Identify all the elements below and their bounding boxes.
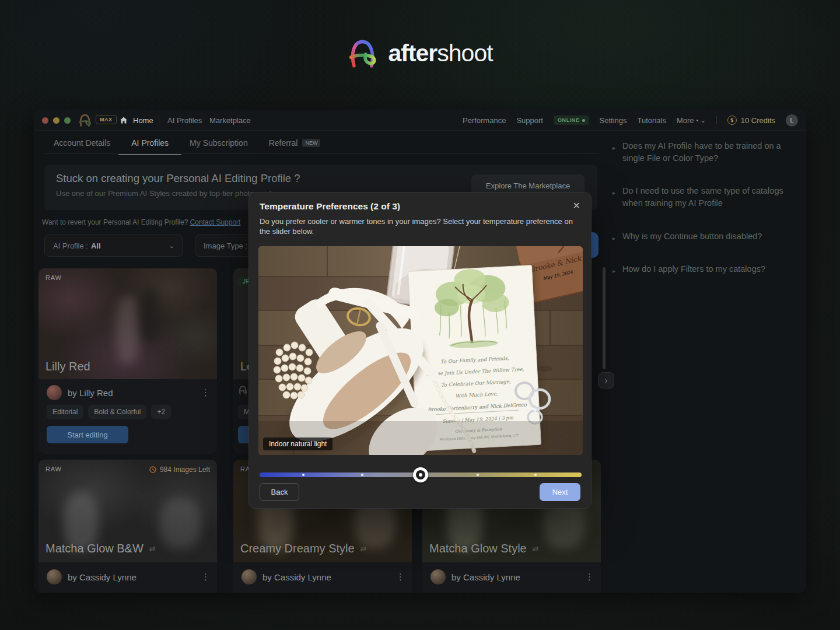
scrollbar-thumb[interactable] [603,267,606,369]
credits-count: 10 Credits [741,116,775,125]
tab-referral-label: Referral [269,138,298,148]
aftershoot-author-icon [238,385,248,395]
nav-more[interactable]: More ⌄ [677,116,706,125]
ai-profile-filter-label: AI Profile : [53,242,88,250]
nav-divider [159,116,159,124]
nav-support[interactable]: Support [516,116,543,125]
chevron-down-icon: ⌄ [169,242,174,250]
tab-ai-profiles[interactable]: AI Profiles [131,138,169,148]
card-author-row: by Cassidy Lynne ⋮ [430,569,594,584]
faq-item[interactable]: ▸ Do I need to use the same type of cata… [612,185,805,209]
compare-icon[interactable]: ⇄ [360,544,367,553]
nav-tutorials[interactable]: Tutorials [638,116,666,125]
kebab-menu-icon[interactable]: ⋮ [201,387,210,398]
tag: Editorial [47,405,83,419]
online-status-badge: ONLINE [554,116,589,125]
faq-question: Does my AI Profile have to be trained on… [622,140,805,164]
online-dot-icon [582,119,585,122]
coin-icon: $ [727,116,737,125]
faq-arrow-icon: ▸ [612,142,615,164]
author-name: by Cassidy Lynne [262,572,331,582]
card-author-row: by Cassidy Lynne ⋮ [47,569,210,584]
tag-more[interactable]: +2 [151,405,171,419]
faq-arrow-icon: ▸ [612,232,615,244]
kebab-menu-icon[interactable]: ⋮ [396,572,405,582]
author-avatar [47,385,62,400]
close-icon[interactable]: ✕ [573,200,580,211]
temperature-slider[interactable] [260,467,582,482]
nav-performance[interactable]: Performance [463,116,506,125]
nav-marketplace[interactable]: Marketplace [209,116,251,125]
file-type-badge: RAW [46,466,62,473]
faq-question: Why is my Continue button disabled? [622,230,762,244]
lighting-condition-label: Indoor natural light [263,438,332,450]
online-label: ONLINE [558,117,580,123]
slider-tick [534,474,537,476]
tab-my-subscription[interactable]: My Subscription [190,138,248,148]
app-logo-icon [78,113,92,127]
start-editing-button[interactable]: Start editing [47,426,128,443]
faq-question: How do I apply Filters to my catalogs? [622,263,765,277]
close-window-button[interactable] [42,117,48,124]
clock-icon [149,466,156,473]
card-title-text: Creamy Dreamy Style [240,542,355,555]
settings-tabs: Account Details AI Profiles My Subscript… [54,138,320,148]
author-name: by Cassidy Lynne [452,572,520,582]
faq-arrow-icon: ▸ [612,265,615,277]
revert-text: Want to revert your Personal AI Editing … [42,218,188,226]
compare-icon[interactable]: ⇄ [533,544,539,553]
image-type-filter-label: Image Type : [204,242,247,250]
zoom-window-button[interactable] [64,117,71,124]
card-title: Lilly Red [46,360,90,373]
card-photo: RAW Lilly Red [38,268,217,379]
next-button[interactable]: Next [540,483,580,501]
file-type-badge: RAW [46,274,62,281]
faq-item[interactable]: ▸ How do I apply Filters to my catalogs? [612,263,805,277]
faq-question: Do I need to use the same type of catalo… [622,185,805,209]
collapse-panel-button[interactable]: › [598,372,614,388]
brand-word-light: shoot [437,40,492,66]
kebab-menu-icon[interactable]: ⋮ [201,572,210,582]
nav-ai-profiles[interactable]: AI Profiles [167,116,202,125]
tabs-divider [44,153,598,154]
images-left-counter: 984 Images Left [149,466,210,474]
profile-card-lilly-red[interactable]: RAW Lilly Red by Lilly Red ⋮ Editorial B… [38,268,217,454]
max-plan-badge: MAX [96,115,117,124]
dialog-description: Do you prefer cooler or warmer tones in … [260,216,579,236]
slider-tick [361,474,363,476]
kebab-menu-icon[interactable]: ⋮ [585,572,594,582]
contact-support-link[interactable]: Contact Support [190,218,241,226]
author-avatar [242,569,257,584]
author-avatar [430,569,446,584]
titlebar-separator [716,116,717,124]
credits-indicator[interactable]: $ 10 Credits [727,116,775,125]
back-button[interactable]: Back [260,483,299,501]
aftershoot-logo-icon [347,37,379,69]
author-name: by Lilly Red [68,388,113,398]
slider-tick [477,474,479,476]
traffic-lights [42,117,71,124]
card-tags: Editorial Bold & Colorful +2 [47,405,171,419]
faq-item[interactable]: ▸ Why is my Continue button disabled? [612,230,805,244]
tab-account-details[interactable]: Account Details [54,138,110,148]
home-icon[interactable] [119,116,128,125]
slider-thumb[interactable] [413,467,428,482]
brand-wordmark: aftershoot [388,40,492,67]
minimize-window-button[interactable] [53,117,60,124]
ai-profile-filter[interactable]: AI Profile : All ⌄ [44,235,183,257]
user-avatar[interactable]: L [786,114,798,127]
faq-item[interactable]: ▸ Does my AI Profile have to be trained … [612,140,805,164]
card-title: Matcha Glow B&W ⇄ [46,542,156,555]
nav-home[interactable]: Home [133,116,153,125]
revert-profile-line: Want to revert your Personal AI Editing … [42,218,240,226]
profile-card-matcha-bw[interactable]: RAW 984 Images Left Matcha Glow B&W ⇄ by… [38,460,217,593]
compare-icon[interactable]: ⇄ [149,544,156,553]
ai-profile-filter-value: All [91,242,101,250]
card-title-text: Matcha Glow B&W [46,542,144,555]
card-title-text: Matcha Glow Style [429,542,527,555]
slider-tick [302,474,304,476]
preview-photo: Brooke & Nick May 19, 2024 [258,246,583,455]
tab-referral[interactable]: ReferralNEW [269,138,321,148]
nav-settings[interactable]: Settings [600,116,627,125]
images-left-text: 984 Images Left [160,466,210,474]
